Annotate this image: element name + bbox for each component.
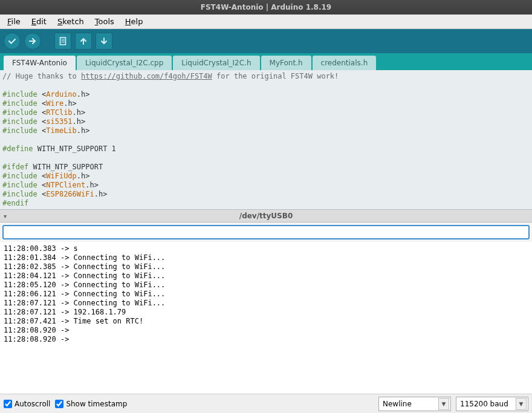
- serial-output[interactable]: 11:28:00.383 -> s 11:28:01.384 -> Connec…: [0, 242, 532, 394]
- upload-button[interactable]: [24, 33, 41, 50]
- arrow-up-icon: [79, 36, 88, 46]
- menu-file[interactable]: File: [2, 16, 25, 27]
- menu-sketch[interactable]: Sketch: [53, 16, 89, 27]
- check-icon: [7, 36, 17, 46]
- tab-myfont-h[interactable]: MyFont.h: [261, 56, 311, 70]
- window-titlebar: FST4W-Antonio | Arduino 1.8.19: [0, 0, 532, 15]
- baud-select[interactable]: 115200 baud ▼: [456, 397, 528, 411]
- menu-tools[interactable]: Tools: [90, 16, 119, 27]
- file-icon: [58, 36, 68, 46]
- tab-bar: FST4W-Antonio LiquidCrystal_I2C.cpp Liqu…: [0, 53, 532, 70]
- arrow-down-icon: [99, 36, 109, 46]
- timestamp-checkbox[interactable]: Show timestamp: [55, 400, 127, 408]
- chevron-down-icon: ▼: [438, 398, 449, 410]
- verify-button[interactable]: [4, 33, 21, 50]
- collapse-icon[interactable]: ▾: [4, 213, 7, 220]
- tab-credentials-h[interactable]: credentials.h: [313, 56, 377, 70]
- menubar: File Edit Sketch Tools Help: [0, 15, 532, 29]
- save-button[interactable]: [96, 33, 112, 50]
- toolbar: [0, 29, 532, 53]
- serial-monitor-header: ▾ /dev/ttyUSB0: [0, 209, 532, 223]
- serial-bottom-bar: Autoscroll Show timestamp Newline ▼ 1152…: [0, 394, 532, 413]
- comment-link[interactable]: https://github.com/f4goh/FST4W: [81, 72, 212, 80]
- tab-liquidcrystal-cpp[interactable]: LiquidCrystal_I2C.cpp: [77, 56, 172, 70]
- tab-liquidcrystal-h[interactable]: LiquidCrystal_I2C.h: [173, 56, 259, 70]
- serial-port-label: /dev/ttyUSB0: [239, 212, 293, 220]
- chevron-down-icon: ▼: [516, 398, 527, 410]
- serial-input-row: [0, 223, 532, 242]
- autoscroll-checkbox[interactable]: Autoscroll: [4, 400, 50, 408]
- window-title: FST4W-Antonio | Arduino 1.8.19: [201, 3, 331, 11]
- new-button[interactable]: [54, 33, 71, 50]
- timestamp-input[interactable]: [55, 400, 63, 408]
- line-ending-select[interactable]: Newline ▼: [378, 397, 451, 411]
- code-editor[interactable]: // Huge thanks to https://github.com/f4g…: [0, 70, 532, 209]
- menu-edit[interactable]: Edit: [27, 16, 51, 27]
- arrow-right-icon: [28, 36, 37, 46]
- autoscroll-input[interactable]: [4, 400, 12, 408]
- tab-fst4w-antonio[interactable]: FST4W-Antonio: [4, 56, 76, 70]
- menu-help[interactable]: Help: [120, 16, 148, 27]
- serial-input[interactable]: [2, 225, 530, 239]
- open-button[interactable]: [75, 33, 92, 50]
